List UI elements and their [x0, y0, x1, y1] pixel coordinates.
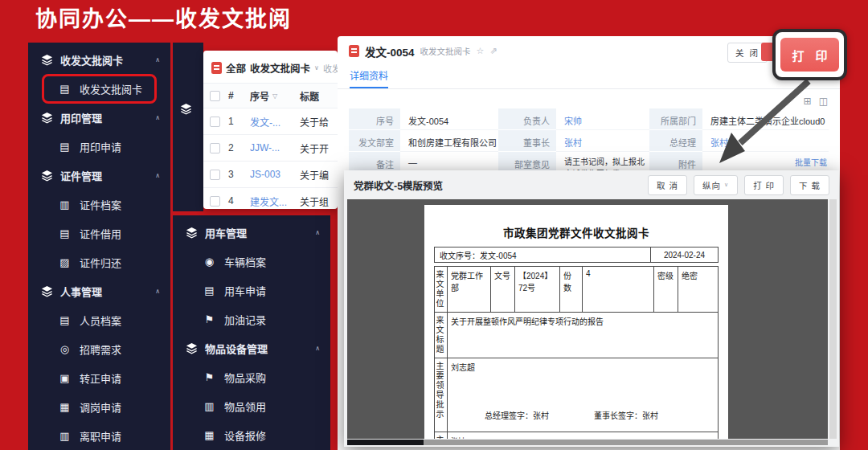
sidebar-item-resign[interactable]: ▥ 离职申请: [28, 421, 170, 450]
chevron-up-icon: ∧: [315, 345, 320, 352]
sidebar-group-vehicle-mgmt[interactable]: 用车管理 ∧: [173, 218, 330, 247]
list-header-row: # 序号 ▽ 标题: [203, 83, 338, 108]
sidebar-item-goods-claim[interactable]: ▥ 物品领用: [173, 391, 330, 420]
sidebar-item-goods-purchase[interactable]: ⚑ 物品采购: [173, 362, 330, 391]
row-index: 4: [225, 195, 250, 207]
row-index: 1: [225, 116, 250, 127]
grid-view-icon[interactable]: ⊞: [804, 96, 812, 107]
sidebar-item-device-repair[interactable]: ▦ 设备报修: [173, 420, 330, 449]
item-label: 调岗申请: [80, 399, 121, 415]
group-label: 证件管理: [60, 168, 102, 183]
row-title: 关于组: [300, 194, 338, 208]
sidebar-group-hr-mgmt[interactable]: 人事管理 ∧: [28, 276, 170, 305]
cell-title-label: 来文标题: [435, 313, 448, 358]
sidebar-group-review-card[interactable]: 收发文批阅卡 ∧: [28, 45, 170, 74]
cell-supervisor-label: 主管领导批示: [435, 432, 448, 440]
item-label: 车辆档案: [224, 254, 266, 269]
cell-supervisor-note: 张村: [448, 432, 719, 440]
table-row[interactable]: 2 JJW-... 关于开: [203, 134, 338, 161]
table-row[interactable]: 3 JS-003 关于编: [203, 161, 338, 187]
left-sidebar: 收发文批阅卡 ∧ ▤ 收发文批阅卡 用印管理 ∧ ▤ 用印申请 证件管理 ∧ ▥…: [28, 43, 170, 450]
cell-title-value: 关于开展整顿作风严明纪律专项行动的报告: [448, 313, 719, 358]
modal-download-button[interactable]: 下 载: [790, 175, 829, 195]
field-value-chairman[interactable]: 张村: [556, 130, 649, 152]
item-label: 证件归还: [80, 255, 121, 270]
sidebar-item-vehicle-apply[interactable]: ▤ 用车申请: [173, 276, 330, 305]
sidebar-group-goods-mgmt[interactable]: 物品设备管理 ∧: [173, 333, 330, 362]
row-index: 2: [225, 142, 250, 153]
sidebar-item-transfer[interactable]: ▦ 调岗申请: [28, 392, 170, 421]
sidebar-item-vehicle-archive[interactable]: ◉ 车辆档案: [173, 247, 330, 276]
document-type: 收发文批阅卡: [420, 45, 471, 57]
cell-from-unit-label: 来文单位: [435, 267, 448, 313]
orientation-select[interactable]: 纵向 ∨: [694, 175, 738, 195]
chevron-up-icon: ∧: [315, 229, 320, 236]
table-row[interactable]: 1 发文-... 关于给: [203, 108, 338, 134]
row-serial-link[interactable]: JS-003: [250, 169, 300, 180]
field-label: 负责人: [498, 108, 556, 130]
sidebar-item-fuel-record[interactable]: ⚑ 加油记录: [173, 305, 330, 333]
item-label: 离职申请: [80, 428, 121, 444]
cell-copies: 4: [583, 267, 654, 313]
row-serial-link[interactable]: 建发文...: [250, 194, 300, 208]
group-label: 物品设备管理: [205, 341, 268, 356]
orientation-value: 纵向: [702, 179, 721, 191]
sidebar-item-cert-return[interactable]: ▨ 证件归还: [28, 248, 170, 276]
sidebar-group-cert-mgmt[interactable]: 证件管理 ∧: [28, 161, 170, 190]
select-all-checkbox[interactable]: [210, 91, 220, 101]
item-label: 证件借用: [80, 226, 121, 241]
sidebar-item-seal-apply[interactable]: ▤ 用印申请: [28, 132, 170, 161]
field-label: 董事长: [498, 130, 556, 152]
group-label: 用印管理: [60, 110, 102, 125]
row-serial-link[interactable]: JJW-...: [250, 142, 300, 153]
item-label: 物品领用: [224, 399, 266, 414]
group-label: 用车管理: [205, 225, 247, 240]
sidebar-item-cert-borrow[interactable]: ▤ 证件借用: [28, 219, 170, 248]
filter-icon[interactable]: ▽: [272, 92, 277, 100]
row-checkbox[interactable]: [210, 143, 220, 153]
batch-download-link[interactable]: 批量下载: [795, 156, 827, 168]
sidebar-group-seal-mgmt[interactable]: 用印管理 ∧: [28, 103, 170, 132]
modal-print-button[interactable]: 打 印: [744, 175, 784, 195]
vertical-scrollbar[interactable]: [829, 199, 837, 439]
doc-icon: ▤: [59, 83, 71, 95]
item-label: 人员档案: [80, 313, 121, 328]
field-value-gm[interactable]: 张村: [702, 130, 829, 152]
tab-detail-info[interactable]: 详细资料: [350, 68, 388, 88]
row-checkbox[interactable]: [210, 170, 220, 180]
preview-serial: 收文序号：发文-0054: [435, 249, 650, 261]
layers-icon: [41, 54, 53, 66]
sidebar-item-regularization[interactable]: ▣ 转正申请: [28, 363, 170, 392]
field-label: 发文部室: [349, 130, 400, 152]
scrollbar-thumb[interactable]: [347, 440, 424, 445]
item-label: 用车申请: [224, 283, 266, 298]
supervisor-note: 张村: [451, 436, 465, 439]
external-link-icon[interactable]: ⇗: [489, 46, 497, 56]
table-row[interactable]: 4 建发文... 关于组: [203, 187, 338, 209]
layers-icon: [41, 170, 53, 182]
sidebar-item-recruit-need[interactable]: ◎ 招聘需求: [28, 334, 170, 363]
field-label: 所属部门: [649, 108, 702, 130]
sidebar-item-personnel-archive[interactable]: ▤ 人员档案: [28, 305, 170, 334]
layers-icon: [41, 285, 53, 297]
star-icon[interactable]: ☆: [477, 46, 485, 56]
cell-copies-label: 份数: [560, 267, 583, 313]
modal-title: 党群收文-5模版预览: [354, 178, 443, 193]
row-serial-link[interactable]: 发文-...: [250, 115, 300, 129]
cancel-button[interactable]: 取 消: [648, 175, 687, 195]
document-id: 发文-0054: [365, 43, 415, 59]
doc-icon: ▤: [59, 141, 71, 153]
sidebar-item-review-card[interactable]: ▤ 收发文批阅卡: [28, 74, 170, 103]
row-checkbox[interactable]: [210, 196, 220, 207]
horizontal-scrollbar[interactable]: [347, 440, 828, 445]
print-button[interactable]: 打 印: [780, 38, 839, 72]
cell-secrecy: 绝密: [678, 267, 719, 313]
item-label: 物品采购: [224, 370, 266, 385]
row-checkbox[interactable]: [210, 117, 220, 127]
item-label: 用印申请: [80, 139, 121, 154]
panel-view-icon[interactable]: ◫: [819, 96, 828, 107]
field-value-owner[interactable]: 宋帅: [556, 108, 649, 130]
sidebar-item-cert-archive[interactable]: ▥ 证件档案: [28, 190, 170, 219]
chevron-down-icon[interactable]: ∨: [314, 64, 319, 72]
screen: 协同办公——收发文批阅 收发文批阅卡 ∧ ▤ 收发文批阅卡 用印管理 ∧ ▤ 用…: [0, 0, 868, 450]
